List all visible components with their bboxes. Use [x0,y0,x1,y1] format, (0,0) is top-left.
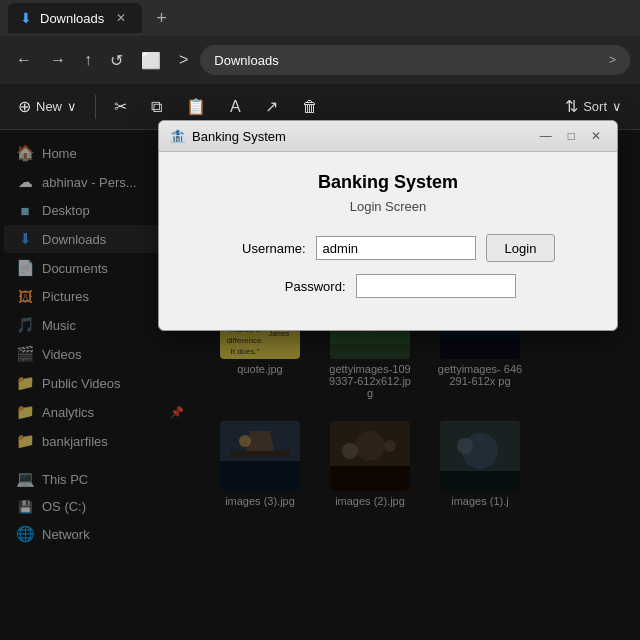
dialog-maximize-button[interactable]: □ [562,127,581,145]
dialog-heading: Banking System [189,172,587,193]
sort-button[interactable]: ⇅ Sort ∨ [555,91,632,122]
dialog-subtitle: Login Screen [189,199,587,214]
dialog-titlebar: 🏦 Banking System — □ ✕ [159,121,617,152]
tab-label: Downloads [40,11,104,26]
toolbar-separator [95,95,96,119]
banking-dialog: 🏦 Banking System — □ ✕ Banking System Lo… [158,120,618,331]
dialog-controls: — □ ✕ [534,127,607,145]
copy-icon: ⧉ [151,98,162,116]
tab-close-button[interactable]: ✕ [112,9,130,27]
cut-button[interactable]: ✂ [104,91,137,122]
share-icon: ↗ [265,97,278,116]
window-button[interactable]: ⬜ [135,47,167,74]
delete-icon: 🗑 [302,98,318,116]
address-text: Downloads [214,53,603,68]
sort-chevron: ∨ [612,99,622,114]
sort-icon: ⇅ [565,97,578,116]
new-tab-button[interactable]: + [150,8,173,29]
delete-button[interactable]: 🗑 [292,92,328,122]
copy-button[interactable]: ⧉ [141,92,172,122]
title-bar: ⬇ Downloads ✕ + [0,0,640,36]
forward-button[interactable]: → [44,47,72,73]
dialog-app-icon: 🏦 [169,128,186,144]
address-end-chevron: > [609,53,616,67]
rename-icon: A [230,98,241,116]
paste-button[interactable]: 📋 [176,91,216,122]
username-row: Username: Login [189,234,587,262]
share-button[interactable]: ↗ [255,91,288,122]
password-row: Password: [189,274,587,298]
login-button[interactable]: Login [486,234,556,262]
paste-icon: 📋 [186,97,206,116]
new-icon: ⊕ [18,97,31,116]
tab-icon: ⬇ [20,10,32,26]
back-button[interactable]: ← [10,47,38,73]
address-field[interactable]: Downloads > [200,45,630,75]
address-chevron-right: > [173,47,194,73]
up-button[interactable]: ↑ [78,47,98,73]
sort-label: Sort [583,99,607,114]
refresh-button[interactable]: ↺ [104,47,129,74]
password-label: Password: [261,279,346,294]
dialog-title: Banking System [192,129,534,144]
active-tab[interactable]: ⬇ Downloads ✕ [8,3,142,33]
dialog-close-button[interactable]: ✕ [585,127,607,145]
dialog-body: Banking System Login Screen Username: Lo… [159,152,617,330]
rename-button[interactable]: A [220,92,251,122]
address-bar: ← → ↑ ↺ ⬜ > Downloads > [0,36,640,84]
dialog-minimize-button[interactable]: — [534,127,558,145]
username-input[interactable] [316,236,476,260]
cut-icon: ✂ [114,97,127,116]
new-label: New [36,99,62,114]
new-button[interactable]: ⊕ New ∨ [8,91,87,122]
password-input[interactable] [356,274,516,298]
username-label: Username: [221,241,306,256]
new-chevron: ∨ [67,99,77,114]
